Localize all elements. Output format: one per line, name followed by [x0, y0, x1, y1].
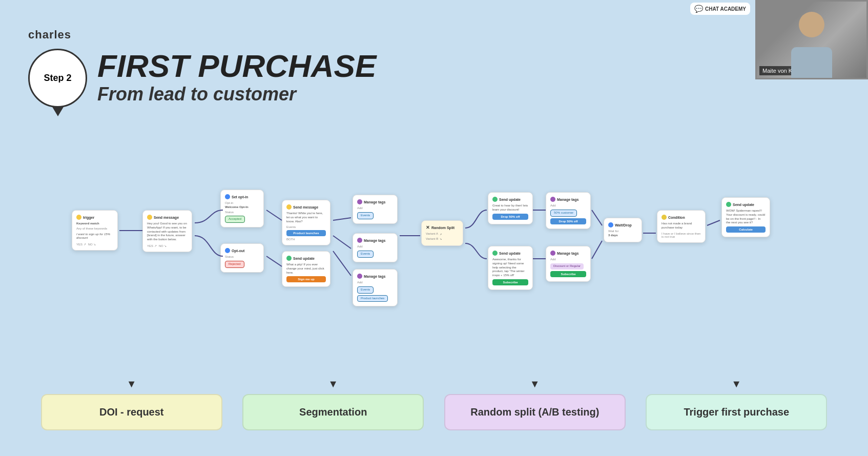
seg-label: Segmentation	[242, 394, 424, 430]
set-optin-node: Set opt-in Opt-in Welcome Opt-In Status …	[220, 190, 264, 227]
manage-tags3-icon	[357, 274, 362, 279]
step-label: Step 2	[44, 73, 71, 83]
chat-icon: 💬	[694, 5, 703, 13]
events-tag-3: Events	[357, 286, 374, 294]
manage-tags-3-node: Manage tags Add Events Product launches	[353, 269, 398, 306]
send-msg2-icon	[286, 204, 292, 210]
doi-arrow: ▼	[127, 378, 137, 390]
subscribe-btn2: Subscribe	[550, 271, 586, 277]
video-overlay: Maite von Kaehne	[755, 0, 868, 79]
label-random-split: ▼ Random split (A/B testing)	[434, 378, 636, 430]
rejected-badge: Rejected	[225, 261, 244, 268]
send-update-a-icon	[492, 197, 498, 202]
50-customer-tag: 50% customer	[550, 210, 577, 217]
events-tag-2: Events	[357, 251, 374, 258]
events-tag-1: Events	[357, 212, 374, 219]
svg-line-1	[266, 210, 282, 220]
label-segmentation: ▼ Segmentation	[233, 378, 435, 430]
drop-50-btn: Drop 50% off	[492, 214, 528, 220]
drop-50-btn2: Drop 50% off	[550, 218, 586, 224]
opt-out-node: Opt-out Status Rejected	[220, 243, 264, 273]
page-title: FIRST PURCHASE	[97, 49, 376, 84]
calculate-btn: Calculate	[726, 226, 766, 233]
manage-tags-a-icon	[550, 197, 555, 202]
chat-academy-badge: 💬 CHAT ACADEMY	[690, 3, 750, 15]
random-label: Random split (A/B testing)	[444, 394, 626, 430]
condition-node: Condition Has not made a brand purchase …	[657, 210, 706, 243]
send-update-final-icon	[726, 202, 731, 207]
trigger-node: trigger Keyword match Any of these keywo…	[72, 210, 118, 251]
flow-canvas: trigger Keyword match Any of these keywo…	[31, 143, 837, 328]
send-update-optout-icon	[286, 256, 292, 261]
manage-tags-b-icon	[550, 251, 555, 256]
send-message-1-node: Send message Hey you! Good to see you on…	[142, 210, 192, 252]
step-bubble: Step 2	[28, 49, 87, 108]
send-update-final-node: Send update WOW! Spiderman rapes!!! Your…	[721, 197, 770, 237]
trigger-icon	[76, 215, 81, 220]
manage-tags1-icon	[357, 199, 362, 204]
manage-tags-1-node: Manage tags Add Events	[353, 195, 398, 224]
send-update-b-node: Send update Awesome, thanks for signing …	[488, 246, 533, 290]
condition-icon	[662, 215, 667, 220]
send-update-b-icon	[492, 251, 498, 256]
random-split-node: ✕ Random Split Variant A ↗ Variant B ↘	[421, 220, 463, 246]
send-msg1-icon	[147, 215, 152, 220]
brand-logo: charles	[28, 28, 71, 42]
svg-line-3	[333, 218, 351, 220]
svg-line-5	[333, 251, 351, 276]
svg-line-12	[707, 220, 720, 225]
svg-line-4	[333, 236, 351, 248]
send-update-a-node: Send update Great to hear by then! lets …	[488, 192, 533, 224]
label-doi: ▼ DOI - request	[31, 378, 233, 430]
svg-line-9	[592, 210, 602, 225]
page-subtitle: From lead to customer	[97, 84, 376, 105]
accepted-badge: Accepted	[225, 216, 245, 223]
product-btn: Product launches	[286, 230, 326, 236]
manage-tags-2-node: Manage tags Add Events	[353, 233, 398, 262]
seg-arrow: ▼	[328, 378, 338, 390]
split-icon: ✕	[426, 225, 430, 230]
label-trigger-purchase: ▼ Trigger first purchase	[636, 378, 838, 430]
title-area: FIRST PURCHASE From lead to customer	[97, 49, 376, 105]
trigger-arrow: ▼	[731, 378, 741, 390]
wait-drop-node: Wait/Drop Wait for 3 days	[604, 218, 642, 242]
send-message-2-node: Send message Thanks! While you're here, …	[282, 200, 330, 245]
optout-icon	[225, 248, 230, 253]
doi-label: DOI - request	[41, 394, 222, 430]
signup-btn: Sign me up	[286, 276, 326, 282]
manage-tags-a-node: Manage tags Add 50% customer Drop 50% of…	[546, 192, 591, 229]
manage-tags2-icon	[357, 238, 362, 243]
svg-line-10	[592, 241, 602, 259]
optin-icon	[225, 194, 230, 199]
random-arrow: ▼	[530, 378, 540, 390]
svg-line-2	[266, 256, 282, 266]
trigger-label: Trigger first purchase	[646, 394, 827, 430]
send-update-optout-node: Send update What a pity! If you ever cha…	[282, 251, 330, 287]
bottom-labels-section: ▼ DOI - request ▼ Segmentation ▼ Random …	[31, 378, 837, 430]
manage-tags-b-node: Manage tags Add Discount or Regular Subs…	[546, 246, 591, 282]
product-tag-3: Product launches	[357, 295, 388, 302]
subscribe-btn: Subscribe	[492, 279, 528, 285]
discount-regular-tag: Discount or Regular	[550, 263, 584, 270]
wait-icon	[608, 222, 613, 227]
